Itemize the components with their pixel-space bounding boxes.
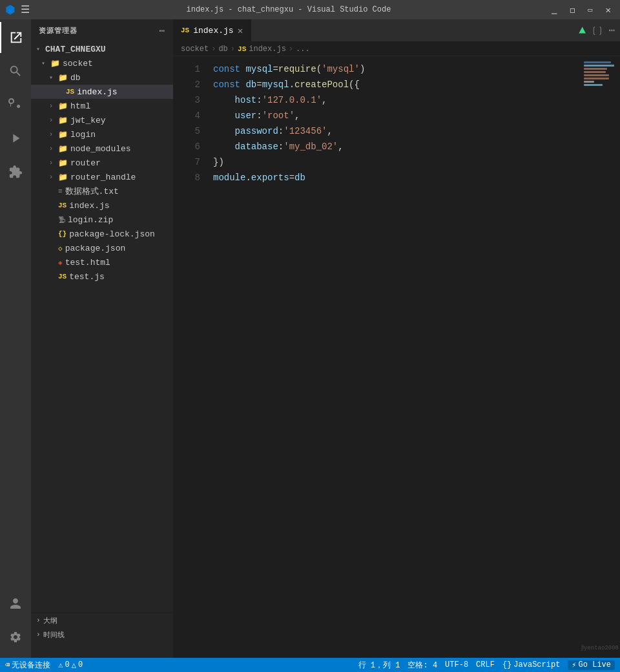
tree-label-test-html: test.html — [65, 258, 110, 268]
status-left: ⌫ 无设备连接 ⚠ 0 △ 0 — [5, 660, 83, 671]
android-icon[interactable]: ▲ — [579, 24, 586, 37]
remote-connection-status[interactable]: ⌫ 无设备连接 — [5, 660, 50, 671]
tree-item-router[interactable]: › 📁 router — [31, 156, 173, 170]
activity-bar — [0, 19, 31, 658]
code-line-1: const mysql=require('mysql') — [213, 61, 581, 77]
maximize-button[interactable]: ▭ — [584, 4, 596, 16]
explorer-activity-icon[interactable] — [0, 22, 31, 53]
breadcrumb-sep-3: › — [289, 45, 293, 54]
sidebar-title: 资源管理器 — [39, 26, 77, 36]
code-line-5: password:'123456', — [213, 123, 581, 139]
split-editor-icon[interactable]: ❲❳ — [591, 24, 603, 37]
indent-status[interactable]: 空格: 4 — [408, 660, 437, 671]
status-bar: ⌫ 无设备连接 ⚠ 0 △ 0 行 1，列 1 空格: 4 UTF-8 CRLF… — [0, 658, 620, 672]
main-layout: 资源管理器 ⋯ ▾ CHAT_CHNEGXU ▾ 📁 socket ▾ 📁 db — [0, 19, 620, 658]
txt-file-icon: ≡ — [58, 187, 63, 195]
tree-label-socket: socket — [63, 59, 93, 68]
line-ending-status[interactable]: CRLF — [476, 660, 495, 669]
line-num-1: 1 — [173, 61, 200, 77]
tree-item-root-index-js[interactable]: JS index.js — [31, 198, 173, 213]
code-line-4: user:'root', — [213, 108, 581, 123]
warning-count: 0 — [78, 660, 83, 669]
tree-item-package-json[interactable]: ◇ package.json — [31, 241, 173, 255]
position-label: 行 1，列 1 — [358, 660, 400, 671]
search-activity-icon[interactable] — [0, 56, 31, 87]
tree-root[interactable]: ▾ CHAT_CHNEGXU — [31, 42, 173, 56]
line-num-2: 2 — [173, 77, 200, 92]
minimap-content — [581, 56, 620, 92]
settings-activity-icon[interactable] — [0, 622, 31, 653]
activity-bar-bottom — [0, 588, 31, 658]
sidebar-bottom: › 大纲 › 时间线 — [31, 613, 173, 658]
tree-item-node-modules[interactable]: › 📁 node_modules — [31, 142, 173, 156]
line-numbers: 1 2 3 4 5 6 7 8 — [173, 56, 205, 658]
line-num-5: 5 — [173, 123, 200, 139]
tab-more-icon[interactable]: ⋯ — [608, 24, 615, 37]
tree-item-shuju-txt[interactable]: ≡ 数据格式.txt — [31, 184, 173, 198]
js-file-icon: JS — [66, 88, 74, 96]
folder-icon-node-modules: 📁 — [58, 144, 68, 154]
line-num-3: 3 — [173, 92, 200, 108]
minimize-button[interactable]: ⎯ — [548, 3, 561, 16]
csdn-watermark: CSDN@yentao2008 — [581, 644, 620, 653]
breadcrumb-db[interactable]: db — [218, 45, 227, 54]
tab-index-js[interactable]: JS index.js ✕ — [173, 19, 251, 41]
breadcrumb-socket[interactable]: socket — [181, 45, 209, 54]
tree-item-db-index-js[interactable]: JS index.js — [31, 85, 173, 99]
tree-item-login-zip[interactable]: 🗜 login.zip — [31, 213, 173, 227]
golive-status[interactable]: ⚡ Go Live — [568, 660, 615, 670]
run-activity-icon[interactable] — [0, 123, 31, 154]
tree-label-test-js: test.js — [69, 272, 105, 282]
sidebar-header-icons: ⋯ — [160, 25, 165, 36]
tree-label-html: html — [70, 101, 90, 111]
tab-label: index.js — [193, 26, 233, 36]
tree-label-db: db — [70, 73, 81, 83]
close-button[interactable]: ✕ — [602, 3, 615, 17]
titlebar-controls: ⎯ ◻ ▭ ✕ — [548, 3, 615, 17]
vscode-logo-icon: ⬢ — [5, 3, 16, 17]
tree-label-shuju-txt: 数据格式.txt — [65, 185, 119, 197]
tree-item-test-html[interactable]: ◈ test.html — [31, 255, 173, 269]
tab-bar-right: ▲ ❲❳ ⋯ — [574, 19, 620, 41]
code-line-8: module.exports=db — [213, 170, 581, 185]
breadcrumb-index-js[interactable]: index.js — [249, 45, 286, 54]
outline-label: 大纲 — [43, 616, 57, 625]
extensions-activity-icon[interactable] — [0, 156, 31, 187]
menu-icon[interactable]: ☰ — [21, 3, 30, 16]
titlebar-title: index.js - chat_chnegxu - Visual Studio … — [30, 5, 548, 14]
sidebar: 资源管理器 ⋯ ▾ CHAT_CHNEGXU ▾ 📁 socket ▾ 📁 db — [31, 19, 173, 658]
folder-icon-router: 📁 — [58, 158, 68, 168]
cursor-position-status[interactable]: 行 1，列 1 — [358, 660, 400, 671]
errors-status[interactable]: ⚠ 0 △ 0 — [58, 660, 83, 670]
language-status[interactable]: {} JavaScript — [502, 660, 560, 669]
tree-item-test-js[interactable]: JS test.js — [31, 269, 173, 284]
remote-icon: ⌫ — [5, 660, 10, 670]
code-editor[interactable]: 1 2 3 4 5 6 7 8 const mysql=require('mys… — [173, 56, 620, 658]
tree-item-db[interactable]: ▾ 📁 db — [31, 70, 173, 85]
code-content[interactable]: const mysql=require('mysql')const db=mys… — [205, 56, 581, 658]
encoding-status[interactable]: UTF-8 — [445, 660, 468, 669]
js-file-icon-root: JS — [58, 202, 67, 209]
tree-item-login[interactable]: › 📁 login — [31, 127, 173, 142]
root-arrow-icon: ▾ — [36, 45, 44, 53]
file-tree: ▾ CHAT_CHNEGXU ▾ 📁 socket ▾ 📁 db JS inde… — [31, 42, 173, 613]
tree-item-jwt-key[interactable]: › 📁 jwt_key — [31, 113, 173, 127]
account-activity-icon[interactable] — [0, 588, 31, 619]
tree-item-socket[interactable]: ▾ 📁 socket — [31, 56, 173, 70]
code-line-7: }) — [213, 154, 581, 170]
tree-label-root-index-js: index.js — [69, 201, 109, 211]
source-control-activity-icon[interactable] — [0, 89, 31, 120]
error-count: 0 — [65, 660, 69, 669]
tree-label-router-handle: router_handle — [70, 173, 136, 182]
tree-item-router-handle[interactable]: › 📁 router_handle — [31, 170, 173, 184]
encoding-label: UTF-8 — [445, 660, 468, 669]
tree-item-package-lock-json[interactable]: {} package-lock.json — [31, 227, 173, 241]
outline-panel-header[interactable]: › 大纲 — [31, 613, 173, 627]
breadcrumb-more[interactable]: ... — [296, 45, 310, 54]
tab-close-icon[interactable]: ✕ — [238, 25, 243, 36]
timeline-panel-header[interactable]: › 时间线 — [31, 627, 173, 642]
sidebar-more-icon[interactable]: ⋯ — [160, 25, 165, 36]
restore-button[interactable]: ◻ — [566, 3, 579, 17]
titlebar-left: ⬢ ☰ — [5, 3, 30, 17]
tree-item-html[interactable]: › 📁 html — [31, 99, 173, 113]
